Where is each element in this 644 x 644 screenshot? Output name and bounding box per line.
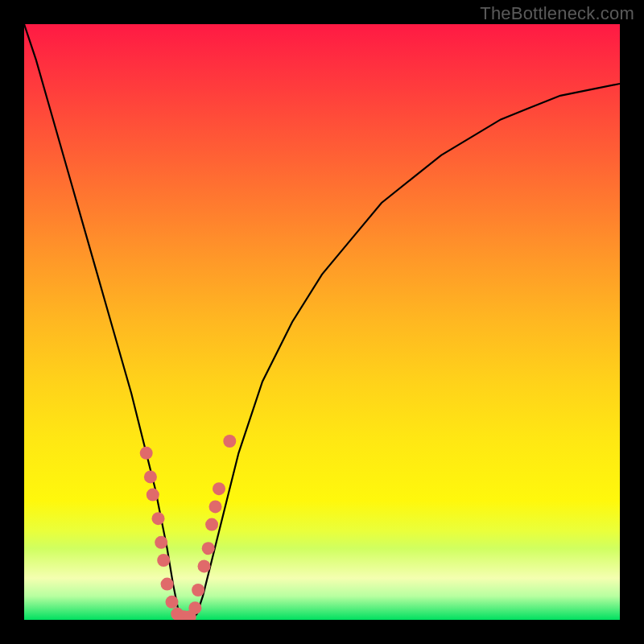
sample-point — [223, 435, 236, 448]
sample-point — [202, 542, 215, 555]
chart-frame: TheBottleneck.com — [0, 0, 644, 644]
plot-area — [24, 24, 620, 620]
sample-point — [205, 518, 218, 531]
sample-point — [155, 536, 167, 549]
watermark-text: TheBottleneck.com — [480, 3, 634, 24]
sample-point — [188, 601, 201, 614]
chart-overlay — [24, 24, 620, 620]
sample-point — [157, 554, 170, 567]
sample-points — [140, 435, 237, 620]
sample-point — [152, 512, 165, 525]
sample-point — [147, 489, 159, 502]
sample-point — [209, 500, 222, 513]
sample-point — [144, 470, 157, 483]
bottleneck-curve — [24, 24, 620, 620]
sample-point — [213, 482, 225, 495]
sample-point — [161, 578, 174, 591]
sample-point — [166, 596, 179, 609]
sample-point — [192, 584, 204, 597]
sample-point — [198, 559, 211, 572]
sample-point — [140, 447, 153, 460]
